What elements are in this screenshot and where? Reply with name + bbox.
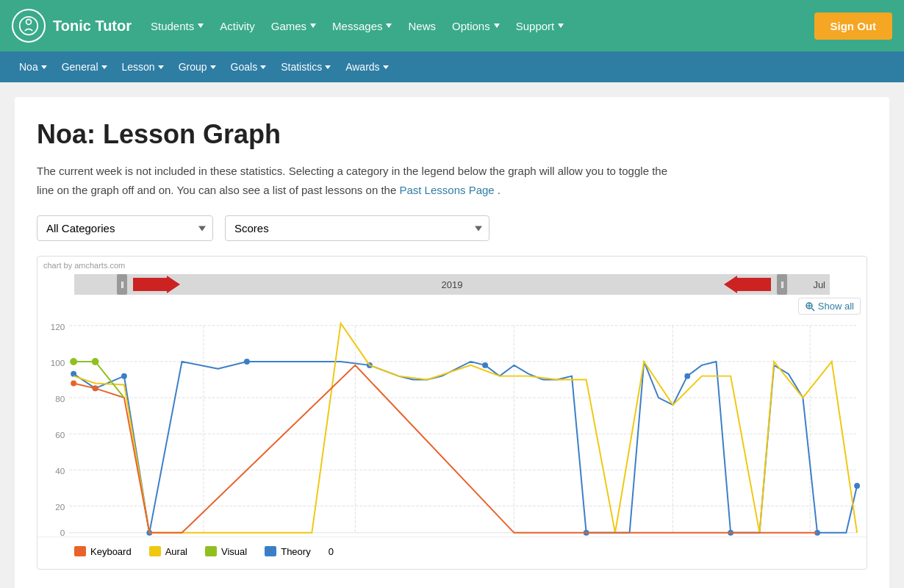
nav-item-students[interactable]: Students	[143, 14, 211, 38]
chevron-down-icon	[386, 24, 392, 28]
drag-lines-icon: ||	[121, 281, 123, 288]
svg-point-44	[93, 385, 98, 391]
legend-item-theory[interactable]: Theory	[265, 546, 310, 557]
line-chart: 120 100 80 60 40 20 0	[37, 320, 861, 537]
chart-legend: Keyboard Aural Visual Theory 0	[37, 537, 867, 566]
filter-row: All Categories Keyboard Aural Visual The…	[37, 215, 867, 241]
aural-color-swatch	[149, 546, 161, 556]
chevron-down-icon	[325, 65, 331, 69]
chevron-down-icon	[101, 65, 107, 69]
nav-item-games[interactable]: Games	[264, 14, 323, 38]
theory-color-swatch	[265, 546, 276, 556]
nav-item-news[interactable]: News	[401, 14, 443, 38]
chart-container: chart by amcharts.com || 2019 ||	[37, 256, 867, 570]
logo-circle	[12, 9, 46, 43]
left-scroll-arrow	[133, 276, 180, 293]
sign-out-button[interactable]: Sign Out	[814, 12, 893, 40]
chart-credit: chart by amcharts.com	[37, 257, 867, 274]
logo-icon	[18, 15, 39, 36]
scroll-jul-label: Jul	[813, 279, 825, 290]
score-filter-wrapper: Scores Duration Notes Attempted	[225, 215, 489, 241]
right-scroll-arrow	[724, 276, 771, 293]
svg-point-39	[684, 373, 690, 379]
app-title: Tonic Tutor	[53, 18, 132, 35]
chevron-down-icon	[260, 65, 266, 69]
past-lessons-link[interactable]: Past Lessons Page	[399, 184, 494, 196]
nav-item-support[interactable]: Support	[509, 14, 572, 38]
sub-nav-item-awards[interactable]: Awards	[338, 57, 395, 77]
logo-area[interactable]: Tonic Tutor	[12, 9, 132, 43]
sub-nav-item-goals[interactable]: Goals	[223, 57, 274, 77]
svg-point-45	[70, 358, 77, 365]
top-nav: Tonic Tutor Students Activity Games Mess…	[0, 0, 904, 51]
chart-scrollbar[interactable]: || 2019 || Jul	[74, 274, 830, 295]
svg-text:0: 0	[60, 528, 65, 537]
aural-line	[73, 323, 857, 533]
category-filter[interactable]: All Categories Keyboard Aural Visual The…	[37, 215, 213, 241]
keyboard-line	[73, 365, 817, 533]
svg-line-3	[811, 308, 814, 311]
sub-nav-item-general[interactable]: General	[54, 57, 115, 77]
show-all-button[interactable]: Show all	[798, 298, 861, 315]
svg-point-35	[244, 359, 250, 365]
svg-point-1	[26, 19, 32, 24]
legend-item-aural[interactable]: Aural	[149, 546, 187, 557]
sub-nav-item-group[interactable]: Group	[171, 57, 223, 77]
sub-nav: Noa General Lesson Group Goals Statistic…	[0, 51, 904, 82]
theory-line	[73, 362, 857, 533]
legend-item-visual[interactable]: Visual	[205, 546, 247, 557]
svg-point-37	[482, 362, 488, 368]
svg-point-42	[854, 483, 860, 489]
sub-nav-item-lesson[interactable]: Lesson	[115, 57, 171, 77]
nav-item-activity[interactable]: Activity	[212, 14, 262, 38]
chevron-down-icon	[41, 65, 47, 69]
chart-controls: Show all	[37, 295, 867, 320]
svg-point-46	[92, 358, 99, 365]
chevron-down-icon	[210, 65, 216, 69]
svg-text:20: 20	[55, 502, 65, 512]
right-scroll-handle[interactable]: ||	[777, 274, 787, 295]
chevron-down-icon	[158, 65, 164, 69]
sub-nav-item-statistics[interactable]: Statistics	[273, 57, 338, 77]
chevron-down-icon	[198, 24, 204, 28]
page-title: Noa: Lesson Graph	[37, 119, 867, 150]
top-nav-items: Students Activity Games Messages News Op…	[143, 14, 814, 38]
zoom-icon	[805, 301, 815, 312]
left-scroll-handle[interactable]: ||	[117, 274, 127, 295]
sub-nav-item-noa[interactable]: Noa	[12, 57, 54, 77]
keyboard-color-swatch	[74, 546, 86, 556]
category-filter-wrapper: All Categories Keyboard Aural Visual The…	[37, 215, 213, 241]
chart-area: 120 100 80 60 40 20 0	[37, 320, 867, 537]
score-filter[interactable]: Scores Duration Notes Attempted	[225, 215, 489, 241]
chevron-down-icon	[558, 24, 564, 28]
visual-color-swatch	[205, 546, 217, 556]
svg-text:60: 60	[55, 430, 65, 440]
svg-text:100: 100	[51, 358, 65, 368]
svg-text:40: 40	[55, 466, 65, 476]
drag-lines-icon: ||	[781, 281, 783, 288]
svg-text:120: 120	[51, 322, 65, 331]
svg-text:80: 80	[55, 394, 65, 404]
chevron-down-icon	[310, 24, 316, 28]
svg-point-43	[71, 381, 76, 387]
svg-point-33	[121, 373, 127, 379]
nav-item-options[interactable]: Options	[445, 14, 507, 38]
main-content: Noa: Lesson Graph The current week is no…	[15, 97, 889, 588]
nav-item-messages[interactable]: Messages	[325, 14, 399, 38]
chevron-down-icon	[383, 65, 389, 69]
legend-item-zero[interactable]: 0	[329, 546, 334, 557]
chevron-down-icon	[494, 24, 500, 28]
scroll-year-label: 2019	[442, 279, 463, 290]
page-description: The current week is not included in thes…	[37, 162, 669, 199]
svg-point-31	[71, 371, 76, 377]
legend-item-keyboard[interactable]: Keyboard	[74, 546, 132, 557]
